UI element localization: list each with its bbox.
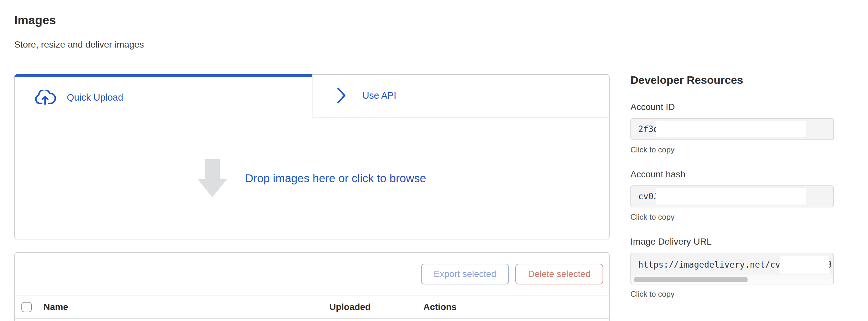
developer-resources-title: Developer Resources: [630, 74, 834, 86]
cloud-upload-icon: [34, 90, 56, 105]
account-id-copy-field[interactable]: 2f3d: [630, 118, 834, 140]
tab-bar: Quick Upload Use API: [15, 75, 609, 117]
delete-selected-button[interactable]: Delete selected: [515, 264, 603, 284]
select-all-checkbox[interactable]: [21, 302, 32, 312]
tab-use-api-label: Use API: [362, 90, 396, 101]
horizontal-scrollbar-thumb[interactable]: [634, 277, 748, 282]
account-id-redaction: [656, 121, 806, 137]
tab-use-api[interactable]: Use API: [312, 74, 610, 117]
account-id-copy-helper: Click to copy: [630, 145, 834, 154]
account-hash-copy-field[interactable]: cv0J: [630, 185, 834, 207]
down-arrow-icon: [198, 159, 227, 198]
account-hash-value: cv0J: [638, 186, 659, 207]
image-delivery-url-copy-helper: Click to copy: [630, 290, 834, 299]
column-header-uploaded: Uploaded: [329, 302, 423, 312]
image-delivery-url-redaction: [779, 256, 830, 274]
tab-quick-upload[interactable]: Quick Upload: [14, 74, 312, 117]
table-header-row: Name Uploaded Actions: [15, 295, 609, 319]
account-id-value: 2f3d: [638, 119, 659, 139]
page-subtitle: Store, resize and deliver images: [14, 39, 144, 50]
image-delivery-url-copy-field[interactable]: https://imagedelivery.net/cv0JSj 3: [630, 253, 834, 284]
chevron-right-icon: [336, 87, 347, 104]
image-dropzone[interactable]: Drop images here or click to browse: [15, 117, 609, 239]
image-delivery-url-value: https://imagedelivery.net/cv0JSj: [638, 253, 801, 276]
account-hash-redaction: [656, 188, 806, 205]
tab-quick-upload-label: Quick Upload: [67, 92, 123, 103]
images-table-card: Export selected Delete selected Name Upl…: [14, 252, 610, 321]
table-actions-row: Export selected Delete selected: [15, 253, 609, 295]
account-hash-label: Account hash: [630, 169, 834, 180]
upload-card: Quick Upload Use API Drop images here or…: [14, 74, 610, 240]
account-hash-copy-helper: Click to copy: [630, 213, 834, 222]
column-header-name-label: Name: [43, 302, 68, 312]
developer-resources-panel: Developer Resources Account ID 2f3d Clic…: [630, 74, 834, 299]
export-selected-button[interactable]: Export selected: [421, 264, 509, 284]
column-header-name: Name: [15, 302, 329, 312]
account-id-label: Account ID: [630, 102, 834, 112]
column-header-actions: Actions: [423, 302, 609, 312]
dropzone-label: Drop images here or click to browse: [245, 172, 426, 185]
page-title: Images: [14, 13, 56, 27]
horizontal-scrollbar-track[interactable]: [631, 275, 833, 284]
image-delivery-url-label: Image Delivery URL: [630, 237, 834, 247]
